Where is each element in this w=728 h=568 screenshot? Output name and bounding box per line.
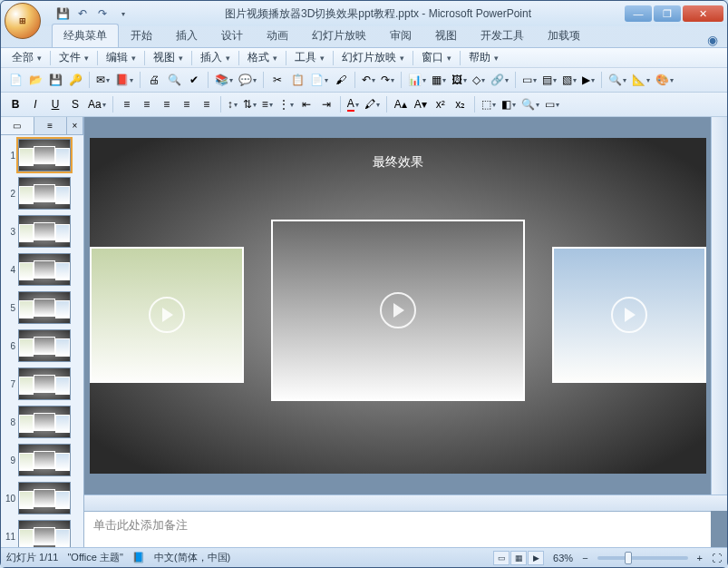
distributed-icon[interactable]: ≡ <box>198 95 216 113</box>
line-spacing-icon[interactable]: ⇅ <box>241 95 258 113</box>
thumb-preview[interactable] <box>18 520 71 547</box>
font-color-icon[interactable]: A <box>345 95 361 113</box>
increase-indent-icon[interactable]: ⇥ <box>317 95 335 113</box>
tab-view[interactable]: 视图 <box>423 24 469 47</box>
decrease-indent-icon[interactable]: ⇤ <box>297 95 315 113</box>
thumb-preview[interactable] <box>18 253 71 286</box>
normal-view-icon[interactable]: ▭ <box>493 551 510 565</box>
thumb-preview[interactable] <box>18 444 71 476</box>
paste-icon[interactable]: 📄 <box>308 71 330 89</box>
horizontal-scrollbar[interactable] <box>84 495 727 511</box>
thumb-preview[interactable] <box>18 482 71 514</box>
zoom-out-icon[interactable]: − <box>582 553 587 563</box>
open-icon[interactable]: 📂 <box>26 71 44 89</box>
align-left-icon[interactable]: ≡ <box>118 95 136 113</box>
tab-developer[interactable]: 开发工具 <box>469 24 536 47</box>
thumb-preview[interactable] <box>18 291 71 324</box>
quick-styles-icon[interactable]: ◧ <box>500 95 518 113</box>
slide-canvas[interactable]: 最终效果 <box>90 138 706 474</box>
redo-icon[interactable]: ↷ <box>93 5 112 23</box>
tab-review[interactable]: 审阅 <box>378 24 423 47</box>
thumb-preview[interactable] <box>18 139 71 171</box>
preview-icon[interactable]: 🔍 <box>165 71 183 89</box>
qat-more-icon[interactable] <box>113 5 131 23</box>
format-painter-icon[interactable]: 🖌 <box>332 71 350 89</box>
change-case-icon[interactable]: Aa <box>86 95 108 113</box>
layout-icon[interactable]: ▤ <box>540 71 558 89</box>
zoom-icon[interactable]: 🔍 <box>607 71 628 89</box>
shapes-icon[interactable]: ◇ <box>471 71 487 89</box>
close-button[interactable]: ✕ <box>683 5 723 22</box>
thumbnail-item[interactable]: 10 <box>3 482 82 514</box>
permission-icon[interactable]: 🔑 <box>66 71 84 89</box>
menu-all[interactable]: 全部 <box>6 48 47 67</box>
align-right-icon[interactable]: ≡ <box>158 95 176 113</box>
thumbnail-item[interactable]: 4 <box>3 253 82 286</box>
thumb-preview[interactable] <box>18 367 71 400</box>
save-icon[interactable]: 💾 <box>53 5 72 23</box>
slideshow-view-icon[interactable]: ▶ <box>528 551 544 565</box>
tab-animation[interactable]: 动画 <box>255 24 300 47</box>
tab-addins[interactable]: 加载项 <box>536 24 592 47</box>
menu-window[interactable]: 窗口 <box>416 48 457 67</box>
numbering-icon[interactable]: ≡ <box>260 95 275 113</box>
menu-insert[interactable]: 插入 <box>195 48 236 67</box>
thumbnail-item[interactable]: 3 <box>3 215 82 248</box>
picture-icon[interactable]: 🖼 <box>450 71 469 89</box>
menu-format[interactable]: 格式 <box>242 48 283 67</box>
thumb-preview[interactable] <box>18 329 71 362</box>
tab-design[interactable]: 设计 <box>209 24 255 47</box>
zoom-level[interactable]: 63% <box>553 553 573 563</box>
menu-edit[interactable]: 编辑 <box>101 48 141 67</box>
print-icon[interactable]: 🖨 <box>145 71 163 89</box>
shadow-icon[interactable]: S <box>66 95 84 113</box>
bullets-icon[interactable]: ⋮ <box>277 95 296 113</box>
zoom-slider[interactable] <box>597 556 688 560</box>
zoom-in-icon[interactable]: + <box>697 553 703 563</box>
newslide-icon[interactable]: ▭ <box>520 71 539 89</box>
thumbnail-item[interactable]: 1 <box>3 139 82 171</box>
help-icon[interactable]: ◉ <box>707 33 718 47</box>
color-icon[interactable]: 🎨 <box>654 71 675 89</box>
cut-icon[interactable]: ✂ <box>268 71 286 89</box>
text-direction-icon[interactable]: ↕ <box>226 95 239 113</box>
thumbnail-item[interactable]: 11 <box>3 520 82 547</box>
increase-font-icon[interactable]: A▴ <box>392 95 410 113</box>
thumbnail-item[interactable]: 9 <box>3 444 82 476</box>
spell-icon[interactable]: ✔ <box>185 71 203 89</box>
bold-icon[interactable]: B <box>6 95 24 113</box>
menu-tools[interactable]: 工具 <box>289 48 330 67</box>
language-status[interactable]: 中文(简体，中国) <box>154 551 230 564</box>
thumbnail-item[interactable]: 8 <box>3 406 82 438</box>
zoom-thumb[interactable] <box>625 552 632 564</box>
tab-insert[interactable]: 插入 <box>164 24 209 47</box>
underline-icon[interactable]: U <box>46 95 64 113</box>
spell-check-icon[interactable]: 📘 <box>132 552 145 563</box>
thumbnail-item[interactable]: 5 <box>3 291 82 324</box>
tab-classic-menu[interactable]: 经典菜单 <box>52 24 119 47</box>
copy-icon[interactable]: 📋 <box>288 71 306 89</box>
thumbnail-list[interactable]: 1234567891011 <box>1 135 83 547</box>
decrease-font-icon[interactable]: A▾ <box>412 95 430 113</box>
notes-pane[interactable]: 单击此处添加备注 <box>84 511 711 547</box>
menu-view[interactable]: 视图 <box>148 48 189 67</box>
subscript-icon[interactable]: x₂ <box>451 95 470 113</box>
justify-icon[interactable]: ≡ <box>178 95 196 113</box>
pdf-icon[interactable]: 📕 <box>113 71 135 89</box>
fit-window-icon[interactable]: ⛶ <box>712 553 722 563</box>
menu-slideshow[interactable]: 幻灯片放映 <box>336 48 410 67</box>
thumb-preview[interactable] <box>18 215 71 248</box>
highlight-icon[interactable]: 🖍 <box>363 95 382 113</box>
ruler-icon[interactable]: 📐 <box>630 71 652 89</box>
align-center-icon[interactable]: ≡ <box>138 95 156 113</box>
new-icon[interactable]: 📄 <box>6 71 24 89</box>
tab-slideshow[interactable]: 幻灯片放映 <box>300 24 378 47</box>
menu-file[interactable]: 文件 <box>53 48 94 67</box>
hyperlink-icon[interactable]: 🔗 <box>489 71 510 89</box>
tab-home[interactable]: 开始 <box>119 24 164 47</box>
redo2-icon[interactable]: ↷ <box>379 71 396 89</box>
thumbnail-item[interactable]: 7 <box>3 367 82 400</box>
chart-icon[interactable]: 📊 <box>406 71 428 89</box>
sorter-view-icon[interactable]: ▦ <box>510 551 527 565</box>
slides-tab[interactable]: ▭ <box>1 117 34 134</box>
